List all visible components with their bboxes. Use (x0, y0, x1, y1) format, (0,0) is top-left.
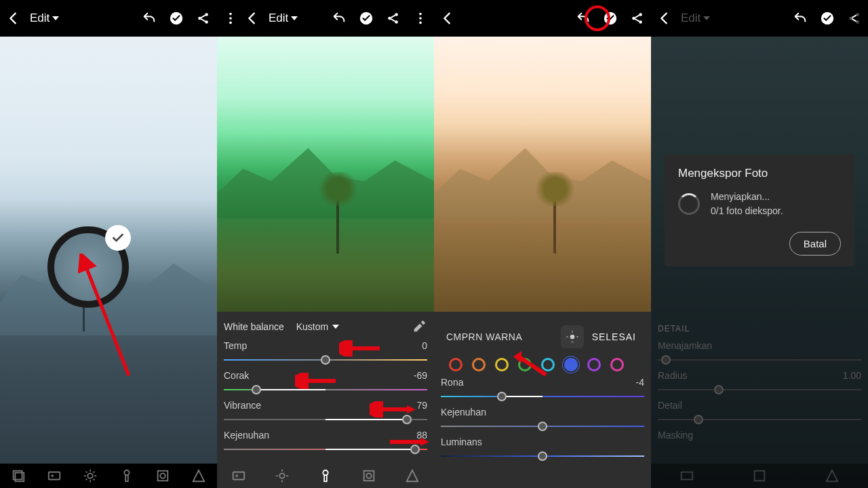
undo-icon[interactable] (331, 10, 347, 26)
wb-mode-value: Kustom (296, 321, 328, 332)
color-chip[interactable] (518, 358, 532, 371)
targeted-adjust-button[interactable] (561, 325, 584, 348)
wb-picker-confirm[interactable] (105, 225, 131, 251)
slider-saturation: Kejenuhan (441, 407, 644, 432)
chevron-down-icon (52, 16, 59, 20)
color-chip[interactable] (495, 358, 509, 371)
slider-track[interactable] (224, 443, 427, 455)
slider-track[interactable] (224, 354, 427, 366)
slider-value: 88 (416, 430, 427, 441)
presets-tool-icon[interactable] (47, 468, 62, 483)
slider-hue: Rona-4 (441, 377, 644, 403)
color-chip[interactable] (472, 358, 486, 371)
slider-value: 0 (422, 340, 427, 351)
slider-label: Luminans (441, 436, 482, 447)
effects-tool-icon[interactable] (155, 468, 170, 483)
back-icon[interactable] (439, 10, 456, 26)
svg-point-17 (88, 473, 93, 478)
slider-track[interactable] (224, 413, 427, 426)
export-dialog: Mengekspor Foto Menyiapkan... 0/1 foto d… (665, 155, 854, 266)
slider-value: 79 (416, 400, 427, 411)
export-title: Mengekspor Foto (678, 167, 841, 180)
confirm-icon[interactable] (168, 10, 184, 26)
pane-3: CMPRN WARNA SELESAI Rona-4 Kejenuhan Lum… (434, 0, 651, 488)
undo-icon[interactable] (575, 10, 591, 26)
slider-track[interactable] (441, 390, 644, 403)
slider-label: Vibrance (224, 400, 261, 411)
svg-point-44 (366, 473, 371, 478)
color-chip[interactable] (541, 358, 555, 371)
spinner-icon (678, 193, 700, 215)
slider-value: -4 (636, 377, 644, 388)
slider-track[interactable] (441, 420, 644, 432)
tool-strip (217, 464, 434, 488)
svg-rect-15 (49, 472, 60, 480)
svg-line-23 (94, 479, 95, 481)
slider-track (658, 413, 861, 426)
slider-label: Masking (658, 430, 693, 441)
svg-line-22 (86, 472, 87, 473)
detail-section-label: DETAIL (658, 324, 861, 333)
undo-icon[interactable] (141, 10, 157, 26)
share-icon[interactable] (385, 10, 401, 26)
photo-preview[interactable] (434, 37, 651, 312)
share-icon[interactable] (629, 10, 646, 26)
effects-tool-icon[interactable] (361, 468, 376, 483)
svg-point-41 (323, 470, 328, 475)
slider-value: -69 (414, 370, 427, 381)
edit-label: Edit (681, 12, 701, 25)
slider-label: Rona (441, 377, 463, 388)
detail-tool-icon[interactable] (405, 468, 420, 483)
detail-tool-icon[interactable] (191, 468, 206, 483)
light-tool-icon[interactable] (83, 468, 98, 483)
edit-menu[interactable]: Edit (27, 12, 62, 25)
color-tool-icon[interactable] (318, 468, 333, 483)
confirm-icon[interactable] (602, 10, 618, 26)
slider-track[interactable] (441, 450, 644, 462)
color-tool-icon[interactable] (119, 468, 134, 483)
back-icon (656, 10, 673, 26)
slider-label: Detail (658, 400, 682, 411)
eyedropper-icon[interactable] (411, 319, 427, 335)
share-icon[interactable] (195, 10, 212, 26)
color-chip[interactable] (587, 358, 601, 371)
light-tool-icon[interactable] (275, 468, 290, 483)
slider-radius: Radius1.00 (658, 370, 861, 396)
back-icon[interactable] (244, 10, 260, 26)
cancel-button[interactable]: Batal (789, 232, 841, 256)
slider-saturation: Kejenuhan88 (224, 430, 427, 455)
optics-tool-icon (752, 468, 767, 483)
svg-point-16 (51, 474, 54, 477)
slider-luminance: Luminans (441, 436, 644, 462)
slider-masking: Masking (658, 430, 861, 441)
slider-tint: Corak-69 (224, 370, 427, 396)
svg-rect-34 (233, 472, 245, 480)
toolbar: Edit (651, 0, 868, 37)
export-status: Menyiapkan... (711, 190, 783, 204)
done-button[interactable]: SELESAI (589, 331, 639, 342)
color-chip[interactable] (610, 358, 624, 371)
svg-rect-43 (364, 471, 374, 481)
color-mix-heading: CMPRN WARNA (446, 331, 555, 342)
photo-preview[interactable] (217, 37, 434, 312)
color-chip[interactable] (564, 358, 578, 371)
slider-label: Kejenuhan (224, 430, 269, 441)
slider-detail: Detail (658, 400, 861, 426)
slider-value: 1.00 (843, 370, 861, 381)
crop-tool-icon[interactable] (11, 468, 26, 483)
edit-label: Edit (269, 12, 288, 25)
slider-sharpen: Menajamkan (658, 340, 861, 366)
confirm-icon[interactable] (358, 10, 374, 26)
edit-menu: Edit (678, 12, 713, 25)
back-icon[interactable] (5, 10, 22, 26)
edit-menu[interactable]: Edit (266, 12, 300, 25)
more-icon[interactable] (222, 10, 239, 26)
geometry-tool-icon (825, 468, 840, 483)
more-icon[interactable] (412, 10, 429, 26)
presets-tool-icon[interactable] (231, 468, 246, 483)
slider-track[interactable] (224, 384, 427, 396)
white-balance-dropdown[interactable]: Kustom (296, 321, 339, 332)
undo-icon (792, 10, 808, 26)
photo-preview[interactable] (0, 37, 217, 464)
color-chip[interactable] (449, 358, 462, 371)
